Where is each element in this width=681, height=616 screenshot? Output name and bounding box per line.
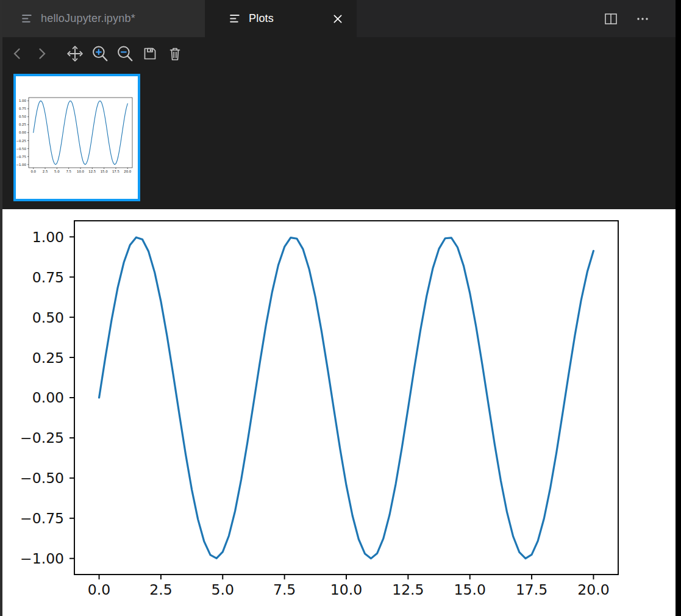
svg-text:0.50: 0.50 [19, 115, 27, 118]
close-tab-icon[interactable] [330, 11, 346, 27]
tab-hellojupyter-notebook[interactable]: helloJupyter.ipynb* [0, 0, 205, 37]
svg-text:17.5: 17.5 [516, 581, 547, 598]
svg-text:7.5: 7.5 [66, 170, 71, 173]
notebook-icon [21, 13, 33, 24]
svg-text:10.0: 10.0 [330, 581, 362, 598]
svg-text:0.0: 0.0 [30, 170, 36, 173]
delete-icon[interactable] [165, 44, 185, 63]
svg-text:−0.25: −0.25 [20, 429, 64, 446]
window-left-edge [0, 0, 2, 616]
tab-label: Plots [249, 12, 274, 25]
svg-text:0.00: 0.00 [19, 131, 27, 134]
plot-thumbnail-selected[interactable]: 0.02.55.07.510.012.515.017.520.01.000.75… [13, 74, 140, 201]
previous-image-button[interactable] [7, 44, 27, 63]
svg-text:0.75: 0.75 [19, 107, 26, 110]
svg-text:20.0: 20.0 [124, 170, 132, 173]
svg-text:20.0: 20.0 [577, 581, 609, 598]
plot-toolbar [0, 37, 676, 70]
svg-text:−0.75: −0.75 [20, 510, 64, 527]
plot-canvas-area: 0.02.55.07.510.012.515.017.520.01.000.75… [2, 209, 676, 616]
svg-text:0.75: 0.75 [32, 269, 64, 286]
svg-text:10.0: 10.0 [77, 170, 85, 173]
svg-text:2.5: 2.5 [149, 581, 172, 598]
svg-text:5.0: 5.0 [212, 581, 234, 598]
zoom-out-icon[interactable] [115, 44, 135, 63]
svg-text:−1.00: −1.00 [16, 163, 26, 167]
sine-plot[interactable]: 0.02.55.07.510.012.515.017.520.01.000.75… [2, 209, 676, 616]
svg-text:0.50: 0.50 [32, 309, 64, 326]
more-actions-icon[interactable] [634, 10, 651, 27]
svg-text:7.5: 7.5 [273, 581, 296, 598]
svg-text:0.25: 0.25 [19, 123, 26, 126]
notebook-icon [229, 13, 241, 24]
tab-plots[interactable]: Plots [205, 0, 357, 37]
plots-viewer-window: helloJupyter.ipynb* Plots [0, 0, 676, 616]
sine-plot-thumbnail: 0.02.55.07.510.012.515.017.520.01.000.75… [16, 76, 138, 199]
svg-text:2.5: 2.5 [43, 170, 48, 173]
svg-text:−0.25: −0.25 [16, 139, 26, 143]
svg-text:0.0: 0.0 [88, 581, 110, 598]
svg-text:12.5: 12.5 [392, 581, 424, 598]
pan-icon[interactable] [65, 44, 85, 63]
zoom-in-icon[interactable] [90, 44, 110, 63]
split-editor-icon[interactable] [602, 10, 619, 27]
svg-text:15.0: 15.0 [101, 170, 109, 173]
svg-text:−0.50: −0.50 [20, 470, 64, 487]
tab-label: helloJupyter.ipynb* [41, 12, 135, 25]
svg-text:0.25: 0.25 [32, 349, 64, 367]
svg-text:0.00: 0.00 [32, 389, 64, 406]
plot-thumbnail-strip: 0.02.55.07.510.012.515.017.520.01.000.75… [0, 70, 676, 209]
svg-text:−0.50: −0.50 [16, 147, 26, 151]
svg-text:1.00: 1.00 [32, 229, 64, 246]
svg-text:15.0: 15.0 [454, 581, 486, 598]
svg-text:12.5: 12.5 [88, 170, 96, 173]
svg-text:−0.75: −0.75 [16, 155, 26, 159]
next-image-button[interactable] [32, 44, 52, 63]
svg-text:17.5: 17.5 [112, 170, 119, 173]
editor-tab-bar: helloJupyter.ipynb* Plots [0, 0, 676, 37]
editor-actions [602, 0, 676, 37]
svg-text:−1.00: −1.00 [20, 550, 64, 567]
svg-text:5.0: 5.0 [54, 170, 60, 173]
svg-text:1.00: 1.00 [19, 99, 27, 102]
save-icon[interactable] [140, 44, 160, 63]
